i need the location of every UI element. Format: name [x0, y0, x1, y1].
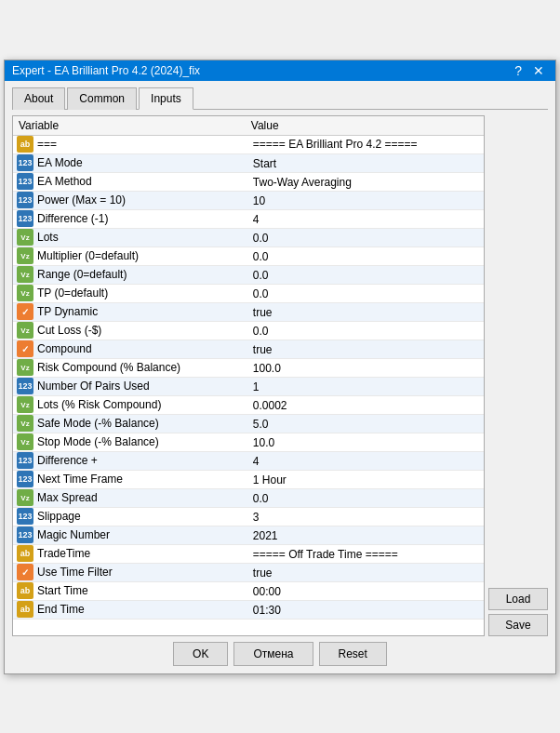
save-button[interactable]: Save: [488, 614, 548, 636]
variable-cell: 123EA Method: [13, 173, 246, 192]
variable-cell: VzMax Spread: [13, 489, 246, 508]
table-wrap: Variable Value ab======== EA Brilliant P…: [12, 115, 485, 636]
value-cell: true: [246, 303, 484, 322]
variable-cell: abEnd Time: [13, 601, 246, 620]
variable-name: Safe Mode (-% Balance): [37, 417, 159, 430]
var-icon: Vz: [17, 396, 33, 413]
variable-name: Difference (-1): [37, 212, 108, 225]
right-buttons: Load Save: [488, 115, 548, 636]
table-row: 123Difference (-1)4: [13, 210, 484, 229]
variable-cell: VzRisk Compound (% Balance): [13, 359, 246, 378]
variable-name: ===: [37, 138, 57, 151]
content-area: About Common Inputs Variable Value ab=: [5, 81, 555, 673]
variable-name: Max Spread: [37, 491, 98, 504]
variable-name: TP Dynamic: [37, 305, 98, 318]
variable-cell: VzLots: [13, 229, 246, 247]
value-cell: 0.0002: [246, 396, 484, 415]
value-cell: true: [246, 564, 484, 582]
variable-name: TradeTime: [37, 547, 90, 560]
title-bar: Expert - EA Brilliant Pro 4.2 (2024)_fix…: [5, 60, 555, 81]
col-header-variable: Variable: [13, 116, 246, 136]
var-icon: 123: [17, 192, 33, 208]
variable-name: Risk Compound (% Balance): [37, 361, 180, 374]
variable-name: Range (0=default): [37, 268, 127, 281]
table-row: abStart Time00:00: [13, 582, 484, 601]
variable-name: EA Mode: [37, 156, 83, 169]
variable-cell: abStart Time: [13, 582, 246, 601]
variable-name: Cut Loss (-$): [37, 324, 101, 337]
tab-about[interactable]: About: [12, 87, 65, 110]
value-cell: 1 Hour: [246, 471, 484, 489]
var-icon: Vz: [17, 266, 33, 283]
load-button[interactable]: Load: [488, 588, 548, 610]
var-icon: 123: [17, 173, 33, 190]
var-icon: 123: [17, 154, 33, 171]
variable-name: Slippage: [37, 510, 81, 523]
variable-cell: VzSafe Mode (-% Balance): [13, 415, 246, 433]
main-area: Variable Value ab======== EA Brilliant P…: [12, 115, 548, 636]
table-row: 123EA MethodTwo-Way Averaging: [13, 173, 484, 192]
value-cell: true: [246, 340, 484, 359]
tab-inputs[interactable]: Inputs: [139, 87, 193, 110]
variable-name: TP (0=default): [37, 287, 108, 300]
table-row: VzTP (0=default)0.0: [13, 285, 484, 303]
table-row: VzRisk Compound (% Balance)100.0: [13, 359, 484, 378]
ok-button[interactable]: OK: [173, 642, 228, 666]
table-row: ✓Compoundtrue: [13, 340, 484, 359]
variable-cell: VzRange (0=default): [13, 266, 246, 285]
variable-cell: 123Magic Number: [13, 526, 246, 545]
main-window: Expert - EA Brilliant Pro 4.2 (2024)_fix…: [4, 60, 556, 674]
value-cell: 0.0: [246, 322, 484, 340]
variable-cell: 123Next Time Frame: [13, 471, 246, 489]
value-cell: 01:30: [246, 601, 484, 620]
variable-cell: VzCut Loss (-$): [13, 322, 246, 340]
table-row: 123Difference +4: [13, 452, 484, 471]
value-cell: 00:00: [246, 582, 484, 601]
cancel-button[interactable]: Отмена: [233, 642, 313, 666]
table-row: VzLots (% Risk Compound)0.0002: [13, 396, 484, 415]
reset-button[interactable]: Reset: [319, 642, 387, 666]
table-row: 123Number Of Pairs Used1: [13, 378, 484, 396]
table-row: VzLots0.0: [13, 229, 484, 247]
variable-cell: 123Difference +: [13, 452, 246, 471]
variable-cell: VzLots (% Risk Compound): [13, 396, 246, 415]
value-cell: 100.0: [246, 359, 484, 378]
variable-name: Lots: [37, 231, 59, 244]
table-row: ✓Use Time Filtertrue: [13, 564, 484, 582]
table-row: VzMax Spread0.0: [13, 489, 484, 508]
value-cell: ===== EA Brilliant Pro 4.2 =====: [246, 135, 484, 154]
var-icon: ✓: [17, 303, 33, 320]
footer-row: OK Отмена Reset: [12, 642, 548, 666]
var-icon: Vz: [17, 285, 33, 301]
variable-name: Start Time: [37, 584, 88, 597]
var-icon: ✓: [17, 564, 33, 580]
variable-name: Power (Max = 10): [37, 193, 126, 207]
value-cell: 0.0: [246, 285, 484, 303]
variable-name: Compound: [37, 342, 92, 355]
var-icon: Vz: [17, 415, 33, 432]
var-icon: ab: [17, 601, 33, 618]
col-header-value: Value: [246, 116, 484, 136]
var-icon: ab: [17, 136, 33, 153]
close-button[interactable]: ✕: [529, 64, 548, 77]
variable-name: Next Time Frame: [37, 473, 123, 486]
variable-cell: 123Power (Max = 10): [13, 192, 246, 210]
params-table-container[interactable]: Variable Value ab======== EA Brilliant P…: [12, 115, 485, 636]
var-icon: ab: [17, 582, 33, 599]
var-icon: Vz: [17, 433, 33, 450]
var-icon: ab: [17, 545, 33, 562]
value-cell: 0.0: [246, 247, 484, 266]
variable-name: Number Of Pairs Used: [37, 380, 150, 393]
help-button[interactable]: ?: [511, 64, 526, 77]
table-row: abEnd Time01:30: [13, 601, 484, 620]
var-icon: Vz: [17, 489, 33, 506]
tab-common[interactable]: Common: [67, 87, 137, 110]
variable-name: Magic Number: [37, 528, 110, 541]
title-bar-buttons: ? ✕: [511, 64, 548, 77]
var-icon: 123: [17, 508, 33, 525]
variable-cell: 123EA Mode: [13, 154, 246, 173]
variable-name: Use Time Filter: [37, 566, 113, 579]
var-icon: ✓: [17, 340, 33, 357]
variable-name: Stop Mode (-% Balance): [37, 435, 159, 448]
var-icon: 123: [17, 471, 33, 487]
